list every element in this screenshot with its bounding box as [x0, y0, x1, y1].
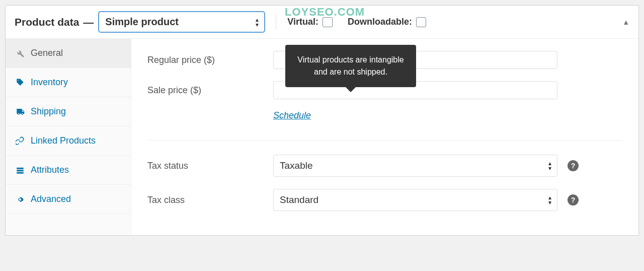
title-dash: — — [83, 16, 94, 28]
sidebar-item-advanced[interactable]: Advanced — [6, 185, 131, 214]
sidebar-item-inventory[interactable]: Inventory — [6, 68, 131, 97]
downloadable-checkbox[interactable] — [416, 17, 426, 27]
list-icon — [16, 166, 25, 175]
link-icon — [16, 137, 25, 146]
sidebar-item-linked-products[interactable]: Linked Products — [6, 126, 131, 156]
help-icon[interactable]: ? — [568, 160, 579, 171]
tax-status-select[interactable]: Taxable — [273, 155, 557, 177]
gear-icon — [16, 195, 25, 204]
tax-class-label: Tax class — [147, 195, 273, 206]
content-divider — [147, 140, 622, 141]
tag-icon — [16, 78, 25, 87]
tax-status-label: Tax status — [147, 161, 273, 171]
virtual-label: Virtual: — [287, 17, 318, 27]
tax-status-select-wrapper: Taxable — [273, 155, 557, 177]
tax-class-select-wrapper: Standard — [273, 189, 557, 211]
product-type-select[interactable]: Simple product — [99, 12, 265, 32]
sidebar: General Inventory Shipping Linked Produc… — [6, 39, 131, 235]
regular-price-label: Regular price ($) — [147, 55, 273, 65]
sidebar-item-shipping[interactable]: Shipping — [6, 97, 131, 126]
sidebar-item-label: General — [31, 48, 63, 58]
product-type-wrapper: Simple product — [94, 12, 265, 32]
tax-status-row: Tax status Taxable ? — [147, 155, 622, 177]
downloadable-checkbox-group: Downloadable: — [348, 17, 426, 27]
schedule-link[interactable]: Schedule — [273, 110, 311, 121]
sidebar-item-label: Inventory — [31, 77, 68, 88]
virtual-checkbox[interactable] — [323, 17, 333, 27]
sidebar-item-label: Attributes — [31, 165, 69, 175]
header-divider — [276, 15, 276, 30]
downloadable-label: Downloadable: — [348, 17, 412, 27]
sidebar-item-label: Shipping — [31, 106, 66, 117]
panel-header: Product data — Simple product Virtual: D… — [6, 6, 638, 39]
sidebar-item-label: Linked Products — [31, 136, 96, 146]
tax-class-select[interactable]: Standard — [273, 189, 557, 211]
collapse-toggle-icon[interactable]: ▲ — [622, 18, 629, 26]
sidebar-item-attributes[interactable]: Attributes — [6, 156, 131, 185]
tax-class-row: Tax class Standard ? — [147, 189, 622, 211]
wrench-icon — [16, 49, 25, 58]
product-data-panel: LOYSEO.COM Product data — Simple product… — [5, 5, 639, 236]
virtual-checkbox-group: Virtual: — [287, 17, 333, 27]
sidebar-item-label: Advanced — [31, 194, 71, 205]
truck-icon — [16, 107, 25, 116]
sidebar-item-general[interactable]: General — [6, 39, 131, 68]
sale-price-label: Sale price ($) — [147, 85, 273, 96]
virtual-tooltip: Virtual products are intangible and are … — [285, 45, 416, 87]
panel-title: Product data — [15, 16, 79, 28]
help-icon[interactable]: ? — [568, 194, 579, 206]
